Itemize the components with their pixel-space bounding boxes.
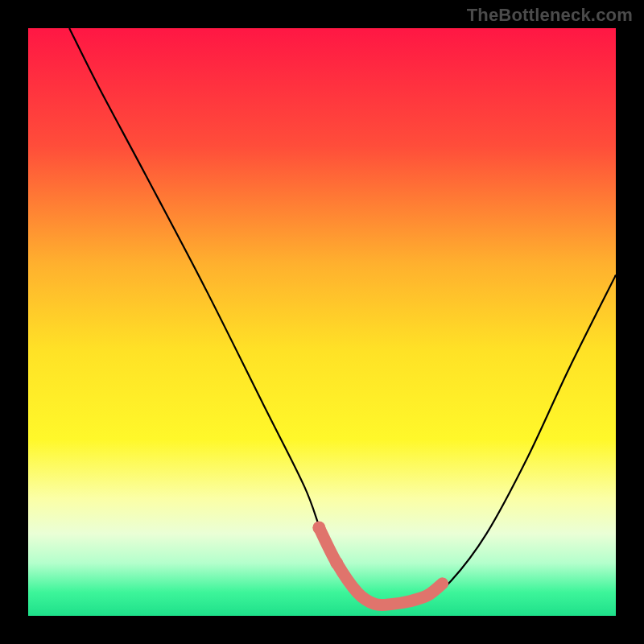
chart-frame: TheBottleneck.com <box>0 0 644 644</box>
highlight-dot <box>312 522 325 535</box>
bottleneck-chart <box>28 28 616 616</box>
watermark-text: TheBottleneck.com <box>467 5 633 26</box>
plot-area <box>28 28 616 616</box>
highlight-dot <box>330 556 343 569</box>
